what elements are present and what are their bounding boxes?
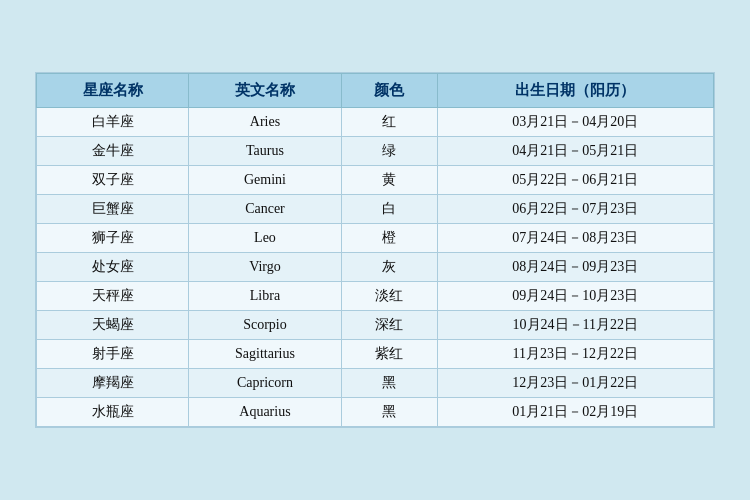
cell-color: 紫红 (341, 340, 437, 369)
cell-dates: 07月24日－08月23日 (437, 224, 713, 253)
table-row: 摩羯座Capricorn黑12月23日－01月22日 (37, 369, 714, 398)
cell-english-name: Virgo (189, 253, 341, 282)
cell-chinese-name: 天秤座 (37, 282, 189, 311)
table-row: 天秤座Libra淡红09月24日－10月23日 (37, 282, 714, 311)
cell-color: 淡红 (341, 282, 437, 311)
cell-chinese-name: 射手座 (37, 340, 189, 369)
cell-english-name: Gemini (189, 166, 341, 195)
cell-english-name: Taurus (189, 137, 341, 166)
cell-chinese-name: 狮子座 (37, 224, 189, 253)
header-birth-date: 出生日期（阳历） (437, 74, 713, 108)
cell-english-name: Libra (189, 282, 341, 311)
cell-dates: 12月23日－01月22日 (437, 369, 713, 398)
cell-english-name: Leo (189, 224, 341, 253)
cell-color: 白 (341, 195, 437, 224)
cell-chinese-name: 巨蟹座 (37, 195, 189, 224)
cell-dates: 11月23日－12月22日 (437, 340, 713, 369)
header-english-name: 英文名称 (189, 74, 341, 108)
table-row: 狮子座Leo橙07月24日－08月23日 (37, 224, 714, 253)
cell-dates: 10月24日－11月22日 (437, 311, 713, 340)
cell-dates: 01月21日－02月19日 (437, 398, 713, 427)
cell-english-name: Cancer (189, 195, 341, 224)
cell-english-name: Scorpio (189, 311, 341, 340)
cell-color: 橙 (341, 224, 437, 253)
cell-color: 深红 (341, 311, 437, 340)
zodiac-table: 星座名称 英文名称 颜色 出生日期（阳历） 白羊座Aries红03月21日－04… (36, 73, 714, 427)
cell-color: 灰 (341, 253, 437, 282)
cell-chinese-name: 白羊座 (37, 108, 189, 137)
table-row: 双子座Gemini黄05月22日－06月21日 (37, 166, 714, 195)
cell-english-name: Capricorn (189, 369, 341, 398)
cell-dates: 08月24日－09月23日 (437, 253, 713, 282)
cell-dates: 06月22日－07月23日 (437, 195, 713, 224)
cell-color: 黑 (341, 369, 437, 398)
cell-color: 绿 (341, 137, 437, 166)
cell-dates: 03月21日－04月20日 (437, 108, 713, 137)
zodiac-table-container: 星座名称 英文名称 颜色 出生日期（阳历） 白羊座Aries红03月21日－04… (35, 72, 715, 428)
header-chinese-name: 星座名称 (37, 74, 189, 108)
cell-english-name: Aries (189, 108, 341, 137)
cell-chinese-name: 金牛座 (37, 137, 189, 166)
table-row: 巨蟹座Cancer白06月22日－07月23日 (37, 195, 714, 224)
cell-color: 黄 (341, 166, 437, 195)
table-row: 射手座Sagittarius紫红11月23日－12月22日 (37, 340, 714, 369)
table-row: 天蝎座Scorpio深红10月24日－11月22日 (37, 311, 714, 340)
cell-dates: 09月24日－10月23日 (437, 282, 713, 311)
table-body: 白羊座Aries红03月21日－04月20日金牛座Taurus绿04月21日－0… (37, 108, 714, 427)
table-header-row: 星座名称 英文名称 颜色 出生日期（阳历） (37, 74, 714, 108)
cell-color: 黑 (341, 398, 437, 427)
table-row: 白羊座Aries红03月21日－04月20日 (37, 108, 714, 137)
cell-chinese-name: 处女座 (37, 253, 189, 282)
cell-color: 红 (341, 108, 437, 137)
cell-chinese-name: 水瓶座 (37, 398, 189, 427)
cell-english-name: Sagittarius (189, 340, 341, 369)
table-row: 处女座Virgo灰08月24日－09月23日 (37, 253, 714, 282)
table-row: 水瓶座Aquarius黑01月21日－02月19日 (37, 398, 714, 427)
header-color: 颜色 (341, 74, 437, 108)
cell-chinese-name: 天蝎座 (37, 311, 189, 340)
cell-dates: 05月22日－06月21日 (437, 166, 713, 195)
cell-chinese-name: 摩羯座 (37, 369, 189, 398)
cell-chinese-name: 双子座 (37, 166, 189, 195)
cell-english-name: Aquarius (189, 398, 341, 427)
cell-dates: 04月21日－05月21日 (437, 137, 713, 166)
table-row: 金牛座Taurus绿04月21日－05月21日 (37, 137, 714, 166)
